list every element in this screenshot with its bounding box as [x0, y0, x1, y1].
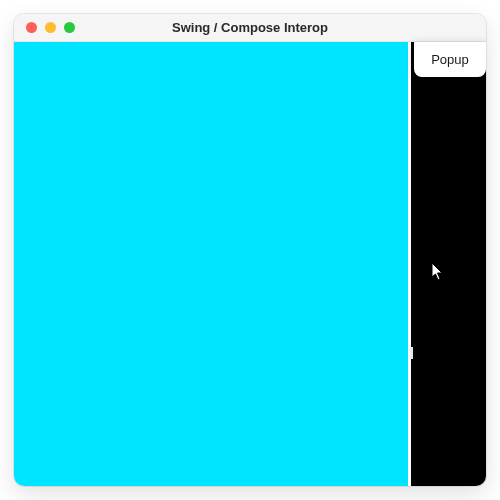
traffic-lights — [14, 22, 75, 33]
cursor-icon — [431, 262, 445, 282]
close-icon[interactable] — [26, 22, 37, 33]
popup-button[interactable]: Popup — [414, 42, 486, 77]
app-window: Swing / Compose Interop Popup — [14, 14, 486, 486]
window-title: Swing / Compose Interop — [14, 20, 486, 35]
content-area: Popup — [14, 42, 486, 486]
divider-handle[interactable] — [410, 347, 413, 359]
minimize-icon[interactable] — [45, 22, 56, 33]
maximize-icon[interactable] — [64, 22, 75, 33]
swing-panel[interactable] — [14, 42, 408, 486]
titlebar[interactable]: Swing / Compose Interop — [14, 14, 486, 42]
compose-panel[interactable]: Popup — [411, 42, 486, 486]
